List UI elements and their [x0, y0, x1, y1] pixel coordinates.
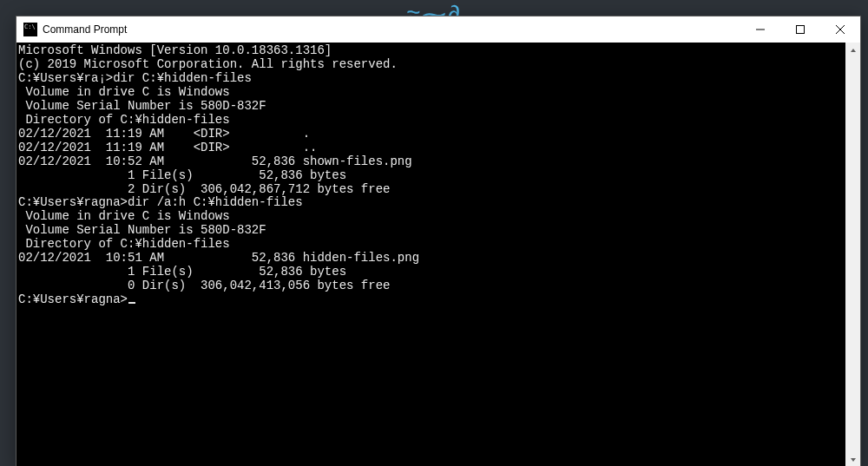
scroll-down-button[interactable]	[845, 452, 860, 466]
terminal-line: Volume Serial Number is 580D-832F	[18, 224, 858, 238]
terminal-line: 02/12/2021 10:51 AM 52,836 hidden-files.…	[18, 252, 858, 266]
minimize-button[interactable]	[740, 16, 780, 43]
svg-rect-1	[797, 26, 805, 34]
scrollbar[interactable]	[845, 43, 860, 466]
terminal-line: (c) 2019 Microsoft Corporation. All righ…	[18, 58, 858, 72]
titlebar[interactable]: Command Prompt	[16, 16, 860, 43]
cmd-icon	[23, 23, 37, 36]
terminal-line: Directory of C:¥hidden-files	[18, 114, 858, 128]
svg-marker-5	[851, 458, 856, 462]
terminal-line: C:¥Users¥ragna>	[18, 293, 858, 307]
terminal-line: Directory of C:¥hidden-files	[18, 238, 858, 252]
terminal-line: Volume in drive C is Windows	[18, 86, 858, 100]
terminal-line: C:¥Users¥ragna>dir /a:h C:¥hidden-files	[18, 196, 858, 210]
terminal-line: 0 Dir(s) 306,042,413,056 bytes free	[18, 279, 858, 293]
terminal-line: 1 File(s) 52,836 bytes	[18, 169, 858, 183]
terminal-line: Volume in drive C is Windows	[18, 210, 858, 224]
terminal-line: 02/12/2021 10:52 AM 52,836 shown-files.p…	[18, 155, 858, 169]
terminal-line: Microsoft Windows [Version 10.0.18363.13…	[18, 44, 858, 58]
terminal-line: C:¥Users¥ra¡>dir C:¥hidden-files	[18, 72, 858, 86]
terminal-output[interactable]: Microsoft Windows [Version 10.0.18363.13…	[16, 43, 860, 466]
maximize-button[interactable]	[780, 16, 820, 43]
window-title: Command Prompt	[43, 23, 740, 36]
command-prompt-window: Command Prompt Microsoft Windows [Versio…	[16, 16, 861, 466]
terminal-line: 02/12/2021 11:19 AM <DIR> ..	[18, 141, 858, 155]
terminal-line: 2 Dir(s) 306,042,867,712 bytes free	[18, 183, 858, 197]
cursor	[128, 302, 135, 304]
terminal-line: 02/12/2021 11:19 AM <DIR> .	[18, 128, 858, 141]
terminal-line: Volume Serial Number is 580D-832F	[18, 100, 858, 114]
window-controls	[740, 16, 860, 43]
scroll-up-button[interactable]	[845, 43, 860, 57]
close-button[interactable]	[820, 16, 860, 43]
svg-marker-4	[851, 49, 856, 52]
terminal-line: 1 File(s) 52,836 bytes	[18, 266, 858, 279]
scrollbar-track[interactable]	[845, 57, 860, 452]
